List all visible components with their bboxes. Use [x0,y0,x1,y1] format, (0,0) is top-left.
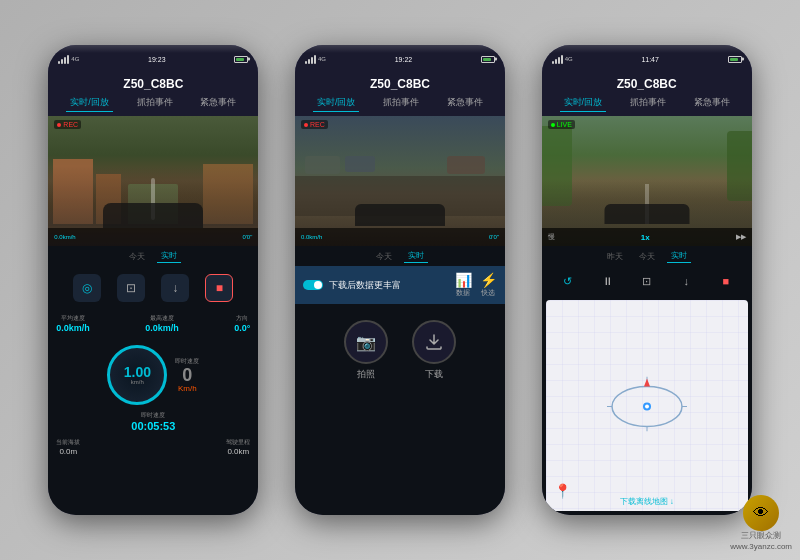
phone2-app-title: Z50_C8BC [303,77,497,91]
phone1-battery-fill [236,58,244,61]
phone1-app-tabs: 实时/回放 抓拍事件 紧急事件 [56,94,250,112]
phone2-tab-capture[interactable]: 抓拍事件 [379,94,423,112]
phone1-tab-capture[interactable]: 抓拍事件 [133,94,177,112]
phone1-speedometer-area: 1.00 km/h 即时速度 0 Km/h [48,341,258,409]
phone3-icons-row: ↺ ⏸ ⊡ ↓ ■ [542,266,752,296]
phone3-live-dot [551,123,555,127]
phone3-fast-icon[interactable]: ▶▶ [736,233,746,241]
phone2-cam-overlay: 0.0km/h 0'0" [295,228,505,246]
phone1-status-left: 4G [58,55,79,64]
phone2-download-label: 下载 [425,368,443,381]
phone3-day-tab-yesterday[interactable]: 昨天 [603,250,627,263]
phone1-direction: 方向 0.0° [234,314,250,333]
phone2-photo-btn[interactable]: 📷 拍照 [344,320,388,381]
phone3-battery-icon [728,56,742,63]
phone2-camera-scene: REC [295,116,505,246]
phone2-app-header: Z50_C8BC 实时/回放 抓拍事件 紧急事件 [295,73,505,116]
phone1-tab-emergency[interactable]: 紧急事件 [196,94,240,112]
phone-2: 4G 19:22 Z50_C8BC 实时/回放 抓拍事件 紧急事件 [295,45,505,515]
phone3-speed-label: 1x [641,233,650,242]
phone1-center-info: 即时速度 0 Km/h [175,357,199,393]
phone3-live-badge: LIVE [548,120,575,129]
phone3-icon-download[interactable]: ↓ [675,270,697,292]
phone2-status-right [481,56,495,63]
phone3-tab-capture[interactable]: 抓拍事件 [626,94,670,112]
phone2-action-btns: 📷 拍照 下载 [295,304,505,397]
phone2-photo-label: 拍照 [357,368,375,381]
phone2-status-left: 4G [305,55,326,64]
phone2-cam-stat-left: 0.0km/h [301,234,322,240]
phone2-download-btn[interactable]: 下载 [412,320,456,381]
watermark-brand: 三只眼众测 [741,531,781,541]
phone1-icon-location[interactable]: ◎ [73,274,101,302]
phone1-speed-display: 0 [182,366,192,384]
phone3-time: 11:47 [641,56,659,63]
phone1-tab-realtime[interactable]: 实时/回放 [66,94,113,112]
phone2-day-tab-today[interactable]: 今天 [372,250,396,263]
phone3-tab-emergency[interactable]: 紧急事件 [690,94,734,112]
phone3-app-header: Z50_C8BC 实时/回放 抓拍事件 紧急事件 [542,73,752,116]
phone3-compass [607,376,687,435]
phone1-app-header: Z50_C8BC 实时/回放 抓拍事件 紧急事件 [48,73,258,116]
car-3 [447,156,485,174]
phone2-tab-emergency[interactable]: 紧急事件 [443,94,487,112]
phone3-camera-scene: LIVE [542,116,752,246]
phone3-network: 4G [565,56,573,62]
phone1-signal-icon [58,55,69,64]
phone1-day-tab-today[interactable]: 今天 [125,250,149,263]
phone2-day-tabs: 今天 实时 [295,246,505,266]
phone1-time: 19:23 [148,56,166,63]
phone3-icon-pause[interactable]: ⏸ [596,270,618,292]
phone3-status-left: 4G [552,55,573,64]
phone3-app-tabs: 实时/回放 抓拍事件 紧急事件 [550,94,744,112]
phone3-day-tab-today[interactable]: 今天 [635,250,659,263]
phone2-photo-icon: 📷 [344,320,388,364]
phone1-network: 4G [71,56,79,62]
phone3-icon-camera[interactable]: ⊡ [636,270,658,292]
phone1-timer: 00:05:53 [50,420,256,432]
phone3-status-right [728,56,742,63]
phone1-icon-camera[interactable]: ⊡ [117,274,145,302]
watermark-site: www.3yanzc.com [730,542,792,552]
phone1-content: ◎ ⊡ ↓ ■ 平均速度 0.0km/h [48,266,258,515]
watermark-icon: 👁 [743,495,779,531]
phone3-car-hood [604,204,689,224]
phone1-camera-scene: REC [48,116,258,246]
phone2-rec-badge: REC [301,120,328,129]
phone1-max-speed: 最高速度 0.0km/h [145,314,179,333]
phone2-battery-icon [481,56,495,63]
phone3-app-title: Z50_C8BC [550,77,744,91]
phone1-rec-dot [57,123,61,127]
phone2-camera-view: REC 0.0km/h 0'0" [295,116,505,246]
phone2-toggle[interactable] [303,280,323,290]
phone3-day-tab-realtime[interactable]: 实时 [667,249,691,263]
phone1-cam-stat-left: 0.0km/h [54,234,75,240]
phone2-download-icon [412,320,456,364]
phone2-day-tab-realtime[interactable]: 实时 [404,249,428,263]
phone1-icon-download[interactable]: ↓ [161,274,189,302]
phone1-day-tabs: 今天 实时 [48,246,258,266]
watermark: 👁 三只眼众测 www.3yanzc.com [730,495,792,552]
phone2-data-icon: 📊 [455,272,472,288]
car-1 [305,156,340,174]
phone3-icon-stop[interactable]: ■ [715,270,737,292]
phone3-status-bar: 4G 11:47 [542,45,752,73]
phone3-slow-label[interactable]: 慢 [548,232,555,242]
phone1-camera-view: REC 0.0km/h 0'0" [48,116,258,246]
phone1-distance: 驾驶里程 0.0km [226,438,250,456]
phone3-tab-realtime[interactable]: 实时/回放 [560,94,607,112]
phone2-app-tabs: 实时/回放 抓拍事件 紧急事件 [303,94,497,112]
phone2-tab-realtime[interactable]: 实时/回放 [313,94,360,112]
phone1-speed-number: 1.00 [124,365,151,379]
phone1-altitude: 当前海拔 0.0m [56,438,80,456]
phone1-icon-stop[interactable]: ■ [205,274,233,302]
svg-marker-3 [644,378,650,386]
phone3-speed-controls: 慢 1x ▶▶ [542,228,752,246]
phone3-download-link[interactable]: 下载离线地图 ↓ [546,496,748,507]
phone1-day-tab-realtime[interactable]: 实时 [157,249,181,263]
phone3-day-tabs: 昨天 今天 实时 [542,246,752,266]
phone-1: 4G 19:23 Z50_C8BC 实时/回放 抓拍事件 紧急事件 [48,45,258,515]
phone2-banner-icons: 📊 数据 ⚡ 快选 [455,272,497,298]
phone3-signal [552,55,563,64]
phone3-icon-refresh[interactable]: ↺ [556,270,578,292]
